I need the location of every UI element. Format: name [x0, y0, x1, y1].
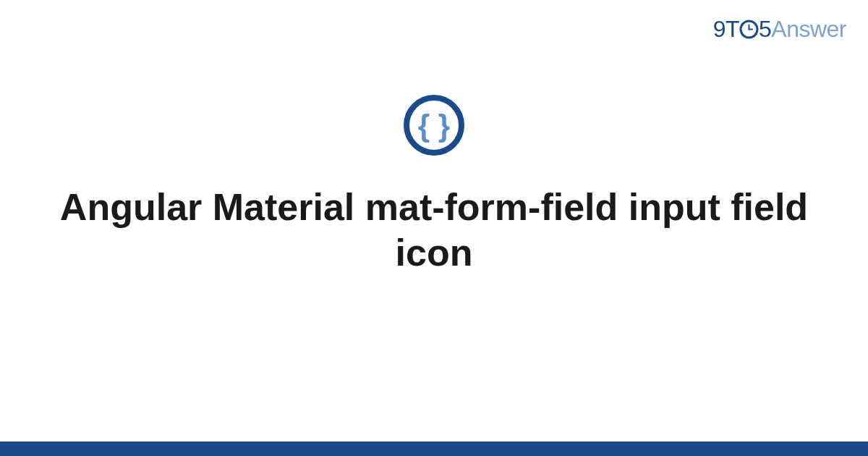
footer-bar: [0, 442, 868, 456]
brand-9: 9: [713, 16, 726, 42]
brand-5: 5: [759, 16, 771, 42]
brand-clock-icon: [739, 20, 759, 39]
brand-answer: Answer: [771, 16, 846, 42]
code-braces-icon: { }: [403, 94, 465, 156]
brand-logo: 9T 5Answer: [713, 16, 846, 43]
page-title: Angular Material mat-form-field input fi…: [0, 185, 868, 276]
svg-text:{ }: { }: [418, 109, 450, 143]
brand-t: T: [726, 16, 739, 42]
